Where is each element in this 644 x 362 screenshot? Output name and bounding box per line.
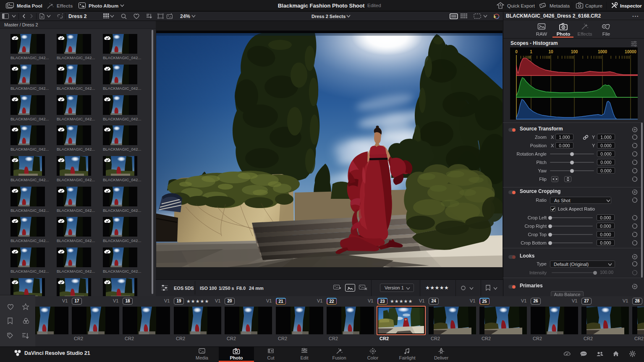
svg-text:10000: 10000 <box>625 49 636 54</box>
svg-text:1: 1 <box>530 49 532 54</box>
svg-text:10: 10 <box>548 49 553 54</box>
svg-text:1000: 1000 <box>598 49 607 54</box>
svg-text:0: 0 <box>515 49 518 54</box>
svg-text:100: 100 <box>571 49 578 54</box>
